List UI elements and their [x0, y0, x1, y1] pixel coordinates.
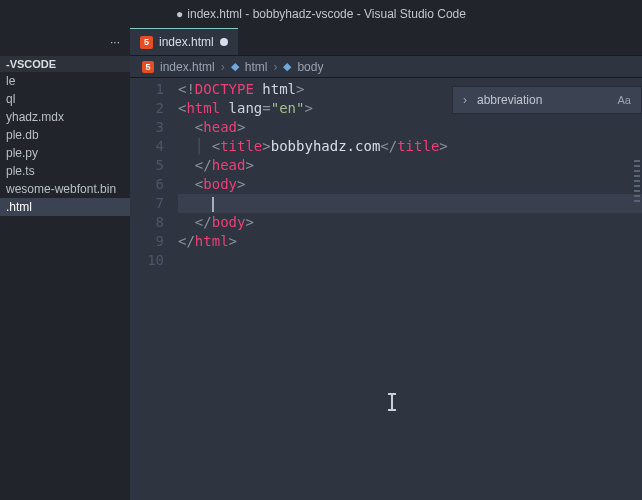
code-line[interactable]: </html> [178, 232, 642, 251]
code-line[interactable]: </body> [178, 213, 642, 232]
tab-label: index.html [159, 35, 214, 49]
line-number: 7 [130, 194, 164, 213]
element-icon: ◆ [231, 60, 239, 73]
tab-index-html[interactable]: 5 index.html [130, 28, 238, 55]
line-number-gutter: 12345678910 [130, 78, 178, 500]
code-editor[interactable]: 12345678910 <!DOCTYPE html><html lang="e… [130, 78, 642, 500]
window-title: index.html - bobbyhadz-vscode - Visual S… [187, 7, 466, 21]
line-number: 4 [130, 137, 164, 156]
code-line[interactable]: │ <title>bobbyhadz.com</title> [178, 137, 642, 156]
editor-area: 5 index.html 5 index.html › ◆ html › ◆ b… [130, 28, 642, 500]
breadcrumb-html[interactable]: html [245, 60, 268, 74]
breadcrumb-file[interactable]: index.html [160, 60, 215, 74]
modified-dot-icon [220, 38, 228, 46]
html5-icon: 5 [142, 61, 154, 73]
code-line[interactable]: <head> [178, 118, 642, 137]
sidebar-item[interactable]: wesome-webfont.bin [0, 180, 130, 198]
explorer-folder-name[interactable]: -VSCODE [0, 56, 130, 72]
tab-bar: 5 index.html [130, 28, 642, 56]
minimap[interactable] [634, 160, 640, 205]
modified-dot-icon: ● [176, 7, 183, 21]
line-number: 10 [130, 251, 164, 270]
line-number: 1 [130, 80, 164, 99]
sidebar-item[interactable]: ple.py [0, 144, 130, 162]
explorer-sidebar: ··· -VSCODE leqlyhadz.mdxple.dbple.pyple… [0, 28, 130, 500]
explorer-actions[interactable]: ··· [0, 28, 130, 56]
sidebar-item[interactable]: ple.ts [0, 162, 130, 180]
title-bar: ● index.html - bobbyhadz-vscode - Visual… [0, 0, 642, 28]
line-number: 6 [130, 175, 164, 194]
sidebar-item[interactable]: .html [0, 198, 130, 216]
line-number: 3 [130, 118, 164, 137]
ellipsis-icon[interactable]: ··· [110, 35, 120, 49]
suggest-text: abbreviation [477, 93, 542, 107]
chevron-right-icon: › [273, 60, 277, 74]
sidebar-item[interactable]: yhadz.mdx [0, 108, 130, 126]
main-area: ··· -VSCODE leqlyhadz.mdxple.dbple.pyple… [0, 28, 642, 500]
line-number: 8 [130, 213, 164, 232]
html5-icon: 5 [140, 36, 153, 49]
element-icon: ◆ [283, 60, 291, 73]
breadcrumbs[interactable]: 5 index.html › ◆ html › ◆ body [130, 56, 642, 78]
breadcrumb-body[interactable]: body [297, 60, 323, 74]
sidebar-item[interactable]: ql [0, 90, 130, 108]
code-line[interactable] [178, 251, 642, 270]
sidebar-item[interactable]: ple.db [0, 126, 130, 144]
suggest-widget[interactable]: › abbreviation Aa [452, 86, 642, 114]
code-line[interactable]: <body> [178, 175, 642, 194]
code-line[interactable]: </head> [178, 156, 642, 175]
sidebar-item[interactable]: le [0, 72, 130, 90]
chevron-right-icon[interactable]: › [463, 93, 467, 107]
line-number: 5 [130, 156, 164, 175]
line-number: 2 [130, 99, 164, 118]
match-case-icon[interactable]: Aa [618, 94, 631, 106]
code-content[interactable]: <!DOCTYPE html><html lang="en"> <head> │… [178, 78, 642, 500]
chevron-right-icon: › [221, 60, 225, 74]
line-number: 9 [130, 232, 164, 251]
